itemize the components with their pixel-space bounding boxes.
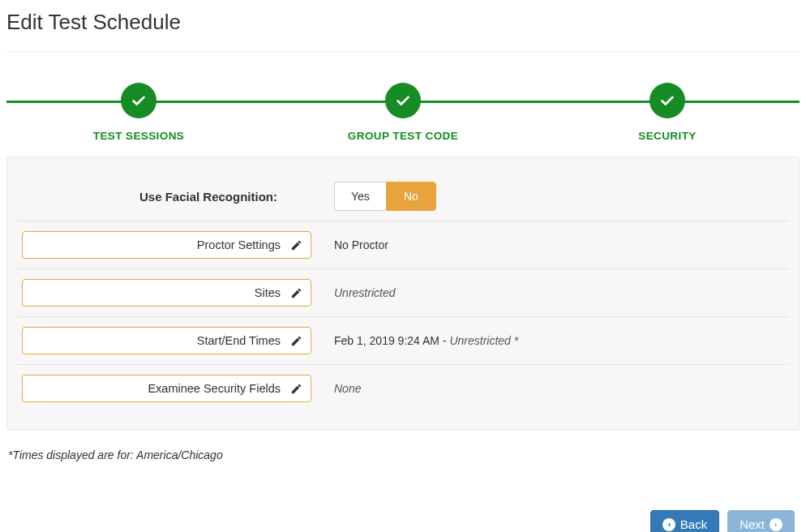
check-icon: [650, 83, 685, 118]
proctor-settings-label: Proctor Settings: [197, 238, 281, 251]
row-start-end-times: Start/End Times Feb 1, 2019 9:24 AM - Un…: [17, 317, 789, 365]
row-sites: Sites Unrestricted: [17, 269, 789, 317]
pencil-icon: [290, 239, 302, 251]
back-button-label: Back: [680, 517, 707, 531]
timezone-note: *Times displayed are for: America/Chicag…: [8, 448, 800, 461]
row-proctor-settings: Proctor Settings No Proctor: [17, 221, 789, 269]
sites-button[interactable]: Sites: [22, 279, 311, 307]
row-facial-recognition: Use Facial Recognition: Yes No: [17, 172, 789, 221]
check-icon: [121, 83, 156, 118]
page-title: Edit Test Schedule: [6, 10, 800, 35]
toggle-option-no[interactable]: No: [386, 182, 436, 211]
back-button[interactable]: Back: [650, 510, 719, 532]
start-end-times-value: Feb 1, 2019 9:24 AM - Unrestricted *: [334, 334, 784, 347]
proctor-settings-value: No Proctor: [334, 238, 388, 251]
pencil-icon: [290, 383, 302, 395]
divider: [6, 51, 800, 52]
sites-value: Unrestricted: [334, 286, 395, 299]
step-label: SECURITY: [535, 130, 800, 142]
step-security[interactable]: SECURITY: [535, 83, 800, 142]
start-end-times-button[interactable]: Start/End Times: [22, 327, 311, 354]
step-group-test-code[interactable]: GROUP TEST CODE: [271, 83, 535, 142]
sites-label: Sites: [255, 286, 281, 299]
step-label: TEST SESSIONS: [6, 130, 271, 142]
next-button-label: Next: [740, 517, 765, 531]
wizard-nav-buttons: Back Next: [6, 510, 800, 532]
row-examinee-security-fields: Examinee Security Fields None: [17, 365, 789, 412]
step-test-sessions[interactable]: TEST SESSIONS: [6, 83, 271, 142]
step-label: GROUP TEST CODE: [271, 130, 535, 142]
arrow-right-icon: [770, 518, 782, 531]
facial-recognition-label: Use Facial Recognition:: [139, 190, 311, 204]
facial-recognition-toggle[interactable]: Yes No: [334, 182, 436, 211]
next-button[interactable]: Next: [727, 510, 795, 532]
examinee-security-fields-value: None: [334, 382, 361, 395]
start-end-times-label: Start/End Times: [197, 334, 281, 347]
security-panel: Use Facial Recognition: Yes No Proctor S…: [6, 157, 800, 431]
proctor-settings-button[interactable]: Proctor Settings: [22, 231, 311, 259]
start-time-value: Feb 1, 2019 9:24 AM -: [334, 334, 449, 347]
examinee-security-fields-button[interactable]: Examinee Security Fields: [22, 375, 311, 402]
examinee-security-fields-label: Examinee Security Fields: [148, 382, 281, 395]
check-icon: [385, 83, 421, 118]
pencil-icon: [290, 335, 302, 347]
arrow-left-icon: [662, 518, 675, 531]
end-time-value: Unrestricted *: [449, 334, 518, 347]
pencil-icon: [290, 287, 302, 299]
toggle-option-yes[interactable]: Yes: [334, 182, 386, 211]
wizard-stepper: TEST SESSIONS GROUP TEST CODE SECURITY: [6, 83, 800, 142]
